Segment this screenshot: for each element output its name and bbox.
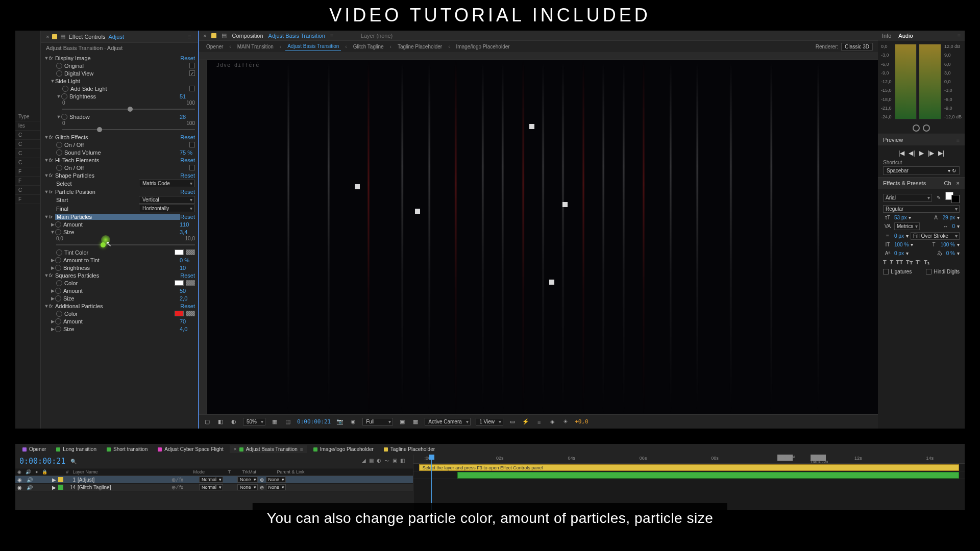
stopwatch-icon[interactable]: [55, 288, 61, 294]
crumb-main[interactable]: MAIN Transition: [235, 43, 276, 51]
eyedropper-icon[interactable]: [186, 249, 195, 255]
smallcaps-button[interactable]: Tᴛ: [906, 259, 913, 266]
stopwatch-icon[interactable]: [61, 93, 67, 99]
size-slider[interactable]: [41, 241, 198, 248]
stopwatch-icon[interactable]: [56, 63, 62, 69]
group-display-image[interactable]: ▼ fx Display Image Reset: [41, 54, 198, 62]
twirl-icon[interactable]: ▶: [50, 265, 55, 270]
panel-grid-icon[interactable]: ▤: [222, 32, 227, 39]
timeline-tab[interactable]: ×Adjust Basis Transition≡: [230, 445, 307, 453]
crumb-image[interactable]: Image/logo Placeholder: [454, 43, 512, 51]
draft-3d-icon[interactable]: ▣: [393, 458, 397, 465]
twirl-icon[interactable]: ▶: [50, 288, 55, 293]
stopwatch-icon[interactable]: [56, 249, 62, 256]
font-style-dropdown[interactable]: Regular: [883, 205, 960, 213]
superscript-button[interactable]: T¹: [916, 259, 921, 266]
group-additional[interactable]: ▼ fx Additional Particles Reset: [41, 302, 198, 310]
hamburger-icon[interactable]: ≡: [330, 33, 335, 39]
twirl-icon[interactable]: ▼: [44, 158, 49, 163]
close-icon[interactable]: ×: [46, 34, 49, 40]
stopwatch-icon[interactable]: [56, 280, 62, 286]
motion-blur-icon[interactable]: ◐: [377, 458, 381, 465]
guides-icon[interactable]: ◫: [284, 418, 292, 426]
audio-col-icon[interactable]: 🔊: [26, 469, 31, 474]
playhead[interactable]: [431, 455, 432, 510]
stopwatch-icon[interactable]: [61, 114, 67, 120]
alpha-icon[interactable]: ▢: [203, 418, 211, 426]
sq-size-value[interactable]: 2,0: [180, 295, 195, 302]
layer-tab[interactable]: Layer (none): [361, 33, 393, 39]
group-shape-particles[interactable]: ▼ fx Shape Particles Reset: [41, 171, 198, 179]
shadow-value[interactable]: 28: [180, 114, 195, 120]
timeline-icon[interactable]: ≡: [535, 418, 543, 426]
panel-menu-icon[interactable]: ▤: [60, 33, 65, 40]
stopwatch-icon[interactable]: [56, 165, 62, 171]
shape-select-dropdown[interactable]: Matrix Code: [139, 180, 195, 187]
stopwatch-icon[interactable]: [55, 229, 61, 235]
twirl-icon[interactable]: ▼: [56, 114, 61, 119]
visibility-icon[interactable]: ◉: [17, 477, 24, 483]
trkmat-dropdown[interactable]: None: [237, 477, 258, 483]
mask-icon[interactable]: ◧: [216, 418, 225, 426]
timeline-tab[interactable]: Adjust Cyber Space Flight: [154, 445, 228, 453]
channel-icon[interactable]: ◐: [230, 418, 238, 426]
tab-character[interactable]: Ch: [944, 180, 951, 186]
lock-icon[interactable]: [211, 33, 216, 38]
hscale-value[interactable]: 100 %: [941, 242, 955, 247]
search-icon[interactable]: 🔍: [70, 459, 77, 464]
reset-button[interactable]: Reset: [180, 189, 195, 195]
twirl-icon[interactable]: ▼: [44, 304, 49, 309]
allcaps-button[interactable]: TT: [896, 259, 902, 266]
layer-name[interactable]: [Adjust]: [78, 477, 169, 483]
twirl-icon[interactable]: ▶: [50, 319, 55, 324]
first-frame-icon[interactable]: |◀: [898, 149, 904, 157]
subscript-button[interactable]: T₁: [924, 259, 929, 266]
reset-button[interactable]: Reset: [180, 272, 195, 279]
final-dropdown[interactable]: Horizontally: [139, 205, 195, 212]
exposure-reset-icon[interactable]: ☀: [561, 418, 570, 426]
group-squares[interactable]: ▼ fx Squares Particles Reset: [41, 271, 198, 279]
mp-brightness-value[interactable]: 10: [180, 265, 195, 271]
add-side-light-checkbox[interactable]: [189, 86, 195, 91]
group-particle-pos[interactable]: ▼ fx Particle Position Reset: [41, 188, 198, 195]
timeline-tab[interactable]: Long transition: [52, 445, 101, 453]
snapshot-icon[interactable]: 📷: [336, 418, 344, 426]
stopwatch-icon[interactable]: [56, 311, 62, 317]
timeline-timecode[interactable]: 0:00:00:21: [19, 457, 65, 466]
font-size-value[interactable]: 53 px: [894, 215, 906, 220]
crumb-adjust[interactable]: Adjust Basis Transition: [285, 42, 341, 51]
reset-button[interactable]: Reset: [180, 55, 195, 61]
lock-icon[interactable]: [52, 34, 57, 39]
leading-value[interactable]: 29 px: [943, 215, 955, 220]
reset-button[interactable]: Reset: [180, 172, 195, 179]
tracking-value[interactable]: 0: [952, 223, 955, 229]
shy-icon[interactable]: ◢: [362, 458, 366, 465]
stroke-width-value[interactable]: 0 px: [894, 233, 904, 239]
renderer-dropdown[interactable]: Classic 3D: [841, 43, 873, 51]
sq-color-swatch[interactable]: [175, 280, 184, 286]
original-checkbox[interactable]: [189, 63, 195, 68]
current-time[interactable]: 0:00:00:21: [297, 418, 331, 425]
play-icon[interactable]: ▶: [919, 149, 924, 157]
parent-dropdown[interactable]: None: [266, 477, 286, 483]
shortcut-dropdown[interactable]: Spacebar▾ ↻: [883, 166, 960, 175]
stopwatch-icon[interactable]: [55, 265, 61, 271]
timeline-tab[interactable]: Image/logo Placeholder: [309, 445, 378, 453]
layer-name[interactable]: [Glitch Tagline]: [78, 485, 169, 490]
grid-icon[interactable]: ▦: [271, 418, 279, 426]
lock-col-icon[interactable]: 🔒: [42, 469, 47, 474]
baseline-value[interactable]: 0 px: [894, 251, 904, 256]
stopwatch-icon[interactable]: [56, 70, 62, 77]
amount-value[interactable]: 110: [180, 221, 195, 228]
twirl-icon[interactable]: ▶: [50, 222, 55, 227]
mode-dropdown[interactable]: Normal: [199, 477, 223, 483]
tab-info[interactable]: Info: [882, 33, 891, 39]
brightness-value[interactable]: 51: [180, 93, 195, 99]
hamburger-icon[interactable]: ≡: [958, 33, 961, 39]
vscale-value[interactable]: 100 %: [894, 242, 909, 247]
camera-dropdown[interactable]: Active Camera: [425, 418, 471, 425]
pixel-aspect-icon[interactable]: ▭: [508, 418, 517, 426]
stopwatch-icon[interactable]: [56, 142, 62, 148]
layer-row[interactable]: ◉🔊 ▶ 1 [Adjust] ⊕ ⁄ fx Normal None ⊚ Non…: [15, 476, 413, 484]
effect-target-link[interactable]: Adjust: [108, 34, 124, 40]
